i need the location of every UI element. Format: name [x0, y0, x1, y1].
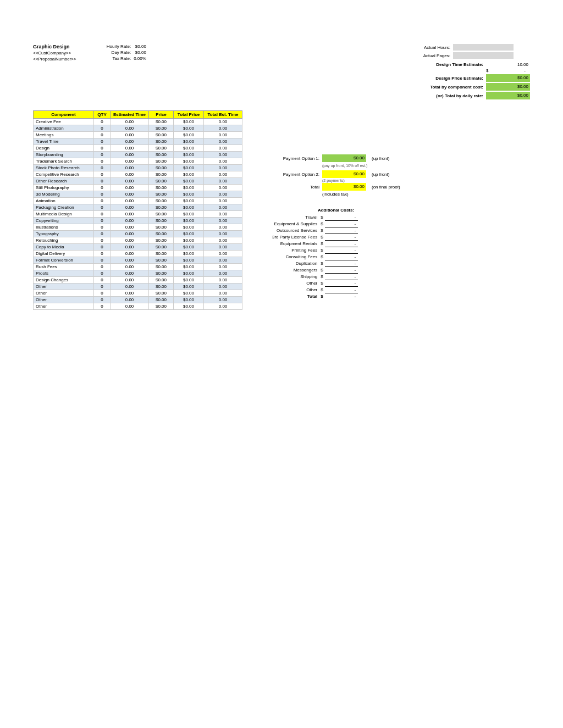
design-price-label: Design Price Estimate: [406, 76, 483, 81]
table-row: Other00.00$0.00$0.000.00 [34, 297, 242, 303]
day-rate-value: $0.00 [134, 50, 146, 55]
table-row: Other00.00$0.00$0.000.00 [34, 284, 242, 290]
ac-item-label: Equipment & Supplies [270, 221, 319, 227]
payment2-value: $0.00 [322, 170, 366, 178]
ac-dollar: $ [319, 234, 325, 241]
additional-cost-row: Other$- [270, 280, 358, 287]
payment2-note: (up front) [372, 172, 389, 177]
total-label: Total [259, 185, 319, 190]
table-row: Creative Fee00.00$0.00$0.000.00 [34, 119, 242, 125]
additional-cost-row: 3rd Party License Fees$- [270, 234, 358, 241]
table-row: Still Photography00.00$0.00$0.000.00 [34, 185, 242, 191]
ac-item-value: - [325, 260, 358, 267]
tax-rate-value: 0.00% [134, 56, 146, 61]
ac-item-label: Travel [270, 214, 319, 221]
additional-costs-section: Additional Costs: Travel$-Equipment & Su… [259, 208, 413, 299]
component-label: Total by component cost: [406, 85, 483, 90]
additional-cost-row: Equipment & Supplies$- [270, 221, 358, 227]
ac-item-label: Shipping [270, 274, 319, 280]
ac-item-value: - [325, 227, 358, 234]
ac-dollar: $ [319, 254, 325, 260]
ac-item-label: Other [270, 280, 319, 287]
ac-item-value: - [325, 247, 358, 254]
additional-cost-row: Travel$- [270, 214, 358, 221]
actual-pages-input[interactable] [453, 52, 514, 59]
daily-value: $0.00 [486, 92, 530, 99]
table-row: 3d Modeling00.00$0.00$0.000.00 [34, 191, 242, 198]
payment2-label: Payment Option 2: [259, 172, 319, 177]
total-value: $0.00 [322, 183, 366, 191]
table-row: Packaging Creation00.00$0.00$0.000.00 [34, 204, 242, 211]
table-row: Retouching00.00$0.00$0.000.00 [34, 237, 242, 244]
company: <<CustCompany>> [33, 51, 76, 55]
payment1-label: Payment Option 1: [259, 156, 319, 161]
ac-dollar: $ [319, 287, 325, 293]
main-table-section: Component QTY Estimated Time Price Total… [33, 110, 242, 310]
ac-item-value: - [325, 274, 358, 280]
additional-cost-row: Printing Fees$- [270, 247, 358, 254]
dollar-sign: $ [486, 68, 492, 73]
table-row: Animation00.00$0.00$0.000.00 [34, 198, 242, 204]
additional-total-dollar: $ [319, 293, 325, 300]
table-row: Other00.00$0.00$0.000.00 [34, 303, 242, 310]
col-header-total-price: Total Price [174, 111, 204, 119]
additional-costs-title: Additional Costs: [259, 208, 413, 213]
payment1-sub: (pay up front, 10% off est.) [322, 164, 367, 168]
proposal: <<ProposalNumber>> [33, 57, 76, 62]
additional-cost-row: Equipment Rentals$- [270, 241, 358, 247]
tax-rate-label: Tax Rate: [107, 56, 131, 61]
table-row: Copywriting00.00$0.00$0.000.00 [34, 218, 242, 224]
ac-item-value: - [325, 234, 358, 241]
additional-cost-row: Shipping$- [270, 274, 358, 280]
additional-cost-row: Messengers$- [270, 267, 358, 274]
ac-item-label: Consulting Fees [270, 254, 319, 260]
col-header-qty: QTY [94, 111, 111, 119]
ac-item-label: Equipment Rentals [270, 241, 319, 247]
ac-item-value: - [325, 280, 358, 287]
table-row: Design Changes00.00$0.00$0.000.00 [34, 277, 242, 284]
additional-cost-row: Duplication$- [270, 260, 358, 267]
ac-item-value: - [325, 221, 358, 227]
component-value: $0.00 [486, 83, 530, 91]
right-panel: Payment Option 1: $0.00 (up front) (pay … [259, 110, 413, 299]
table-row: Storyboarding00.00$0.00$0.000.00 [34, 152, 242, 158]
table-row: Other00.00$0.00$0.000.00 [34, 290, 242, 297]
col-header-price: Price [149, 111, 174, 119]
payment1-note: (up front) [372, 156, 389, 161]
hourly-rate-value: $0.00 [134, 44, 146, 49]
ac-dollar: $ [319, 260, 325, 267]
ac-item-value: - [325, 254, 358, 260]
additional-total-row: Total $ - [270, 293, 358, 300]
ac-dollar: $ [319, 274, 325, 280]
table-row: Proofs00.00$0.00$0.000.00 [34, 270, 242, 277]
ac-item-value: - [325, 214, 358, 221]
ac-dollar: $ [319, 280, 325, 287]
table-row: Stock Photo Research00.00$0.00$0.000.00 [34, 165, 242, 171]
day-rate-label: Day Rate: [107, 50, 131, 55]
payment2-sub: (2 payments) [322, 179, 345, 182]
includes-tax: (includes tax) [322, 192, 349, 197]
additional-total-value: - [325, 293, 358, 300]
table-row: Illustrations00.00$0.00$0.000.00 [34, 224, 242, 231]
ac-dollar: $ [319, 267, 325, 274]
col-header-total-est: Total Est. Time [204, 111, 242, 119]
table-row: Digital Delivery00.00$0.00$0.000.00 [34, 251, 242, 257]
design-time-label: Design Time Estimate: [406, 62, 483, 67]
ac-item-label: Other [270, 287, 319, 293]
ac-item-value: - [325, 241, 358, 247]
ac-dollar: $ [319, 247, 325, 254]
additional-costs-table: Travel$-Equipment & Supplies$-Outsourced… [270, 214, 358, 299]
table-row: Competitive Research00.00$0.00$0.000.00 [34, 171, 242, 178]
additional-total-label: Total [270, 293, 319, 300]
additional-cost-row: Other$- [270, 287, 358, 293]
hourly-rate-label: Hourly Rate: [107, 44, 131, 49]
ac-dollar: $ [319, 221, 325, 227]
table-row: Administration00.00$0.00$0.000.00 [34, 125, 242, 132]
components-table: Component QTY Estimated Time Price Total… [33, 110, 242, 310]
daily-label: (or) Total by daily rate: [406, 93, 483, 98]
ac-item-label: Outsourced Services [270, 227, 319, 234]
ac-dollar: $ [319, 227, 325, 234]
actual-hours-input[interactable] [453, 44, 514, 51]
ac-item-label: Messengers [270, 267, 319, 274]
title: Graphic Design [33, 44, 76, 49]
